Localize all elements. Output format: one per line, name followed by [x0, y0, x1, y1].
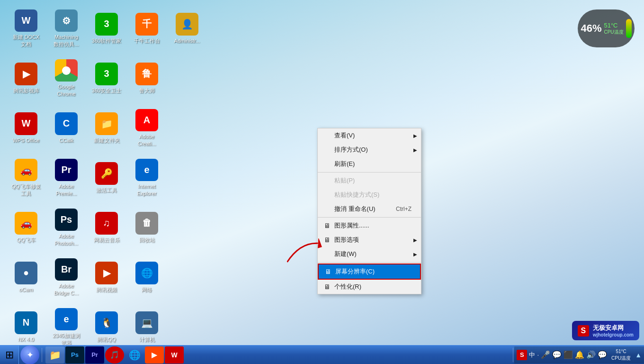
desktop-icon-new-docx[interactable]: W 新建 DOCX文档	[7, 7, 45, 50]
desktop-icon-netease-music[interactable]: ♫ 网易云音乐	[88, 206, 125, 249]
orb-button[interactable]: ✦	[20, 346, 39, 364]
icon-label-network: 网络	[142, 286, 152, 293]
desktop-icon-administrator[interactable]: 👤 Administr...	[168, 7, 206, 50]
icon-image-tencent-qq: 🐧	[95, 311, 118, 334]
desktop-icon-adobe-ps[interactable]: Ps AdobePhotosh...	[47, 206, 85, 249]
desktop-icon-blank3[interactable]	[168, 156, 206, 199]
system-tray: S 中 · 🎤 💬 ⬛ 🔔 🔊 💬 51°C CPU温度 ▲	[514, 346, 644, 364]
taskbar-netease[interactable]: 🎵	[105, 346, 124, 364]
menu-item-graphics-options[interactable]: 🖥图形选项▶	[318, 233, 421, 247]
desktop-icon-360-safe[interactable]: 3 360安全卫士	[88, 57, 125, 100]
desktop-icon-qq-fly-repair[interactable]: 🚗 QQ飞车修复工具	[7, 156, 45, 199]
menu-label-view: 查看(V)	[334, 131, 355, 140]
desktop-icon-nx[interactable]: N NX 4.0	[7, 306, 45, 348]
icon-label-netease-music: 网易云音乐	[94, 237, 120, 243]
watermark-text: 无极安卓网 wjhotelgroup.com	[593, 324, 634, 337]
desktop-icon-360-manager[interactable]: 3 360软件管家	[88, 7, 125, 50]
desktop-icon-adobe-pr[interactable]: Pr AdobePremie...	[47, 156, 85, 199]
tray-volume[interactable]: 🔊	[586, 350, 596, 359]
taskbar-premiere[interactable]: Pr	[85, 346, 104, 364]
watermark-logo: S	[578, 325, 589, 337]
desktop-icon-blank4[interactable]	[168, 206, 206, 249]
menu-icon-personalize: 🖥	[322, 282, 332, 291]
icon-image-adobe-ps: Ps	[55, 209, 78, 231]
menu-item-graphics-properties[interactable]: 🖥图形属性......	[318, 218, 421, 233]
menu-icon-graphics-properties: 🖥	[322, 221, 332, 230]
desktop-icon-tencent-qq[interactable]: 🐧 腾讯QQ	[88, 306, 125, 348]
taskbar-file-explorer[interactable]: 📁	[45, 346, 64, 364]
tray-bell[interactable]: 🔔	[575, 350, 584, 359]
icon-label-new-file: 新建文件夹	[94, 137, 120, 144]
icon-image-tencent-tv: ▶	[95, 262, 118, 284]
icon-label-adobe-ps: AdobePhotosh...	[54, 233, 78, 246]
taskbar-browser[interactable]: 🌐	[125, 346, 144, 364]
tray-expand[interactable]: ▲	[635, 351, 642, 359]
icon-image-adobe-creative: A	[135, 109, 158, 131]
desktop-icon-wps-office[interactable]: W WPS Office	[7, 107, 45, 149]
menu-item-new[interactable]: 新建(W)▶	[318, 247, 421, 261]
desktop: W 新建 DOCX文档 ⚙ Machining数控仿具... 3 360软件管家…	[0, 0, 644, 364]
desktop-icon-2345-browser[interactable]: e 2345加速浏览器	[47, 306, 85, 348]
desktop-icon-ie[interactable]: e InternetExplorer	[128, 156, 166, 199]
desktop-icon-qq-fly[interactable]: 🚗 QQ飞车	[7, 206, 45, 249]
menu-shortcut-undo: Ctrl+Z	[396, 206, 411, 212]
icon-image-ie: e	[135, 159, 158, 181]
tray-bubble[interactable]: 💬	[598, 350, 607, 359]
desktop-icon-blank6[interactable]	[168, 306, 206, 348]
desktop-icon-machining[interactable]: ⚙ Machining数控仿具...	[47, 7, 85, 50]
icon-label-adobe-bridge: AdobeBridge C...	[54, 282, 79, 296]
desktop-icon-network[interactable]: 🌐 网络	[128, 256, 166, 299]
tray-msg[interactable]: 💬	[552, 350, 562, 359]
desktop-icon-activate[interactable]: 🔑 激活工具	[88, 156, 125, 199]
icon-image-qq-fly-repair: 🚗	[15, 159, 37, 181]
icon-label-google-chrome: GoogleChrome	[57, 83, 75, 97]
tray-mic[interactable]: 🎤	[541, 350, 550, 359]
icon-image-administrator: 👤	[176, 13, 198, 36]
menu-icon-undo	[322, 204, 332, 214]
desktop-icon-ccalk[interactable]: C CCalk	[47, 107, 85, 149]
icon-image-computer: 💻	[135, 311, 158, 334]
taskbar-photoshop[interactable]: Ps	[65, 346, 84, 364]
desktop-icon-recycle[interactable]: 🗑 回收站	[128, 206, 166, 249]
menu-icon-paste-shortcut	[322, 190, 332, 200]
desktop-icon-blank5[interactable]	[168, 256, 206, 299]
menu-label-undo: 撤消 重命名(U)	[334, 205, 376, 213]
desktop-icon-new-file[interactable]: 📁 新建文件夹	[88, 107, 125, 149]
menu-item-paste-shortcut: 粘贴快捷方式(S)	[318, 188, 421, 202]
desktop-icon-google-chrome[interactable]: ● GoogleChrome	[47, 57, 85, 100]
menu-item-refresh[interactable]: 刷新(E)	[318, 157, 421, 171]
icon-image-luban: 鲁	[135, 63, 158, 85]
desktop-icon-blank1[interactable]	[168, 57, 206, 100]
menu-label-paste: 粘贴(P)	[334, 176, 355, 185]
desktop-icon-adobe-bridge[interactable]: Br AdobeBridge C...	[47, 256, 85, 299]
tray-s-icon[interactable]: S	[517, 350, 527, 360]
desktop-icon-adobe-creative[interactable]: A AdobeCreati...	[128, 107, 166, 149]
icon-image-2345-browser: e	[55, 308, 78, 330]
icon-label-qq-fly: QQ飞车	[17, 237, 35, 243]
icon-label-computer: 计算机	[139, 336, 155, 343]
menu-item-personalize[interactable]: 🖥个性化(R)	[318, 280, 421, 294]
icon-image-google-chrome: ●	[55, 59, 78, 82]
menu-item-view[interactable]: 查看(V)▶	[318, 128, 421, 143]
icon-image-new-docx: W	[15, 9, 37, 32]
taskbar-wps[interactable]: W	[165, 346, 184, 364]
desktop-icon-luban[interactable]: 鲁 鲁大师	[128, 57, 166, 100]
menu-item-sort[interactable]: 排序方式(O)▶	[318, 143, 421, 157]
context-menu[interactable]: 查看(V)▶排序方式(O)▶刷新(E)粘贴(P)粘贴快捷方式(S)撤消 重命名(…	[317, 128, 421, 294]
menu-item-undo[interactable]: 撤消 重命名(U)Ctrl+Z	[318, 202, 421, 216]
menu-item-screen-resolution[interactable]: 🖥屏幕分辨率(C)	[318, 264, 421, 280]
icon-image-ccalk: C	[55, 112, 78, 135]
icon-label-ocam: oCam	[19, 286, 33, 293]
icon-image-activate: 🔑	[95, 162, 118, 185]
tray-box[interactable]: ⬛	[564, 350, 573, 359]
desktop-icon-computer[interactable]: 💻 计算机	[128, 306, 166, 348]
menu-label-paste-shortcut: 粘贴快捷方式(S)	[334, 191, 379, 199]
desktop-icon-qiniu-work[interactable]: 千 千牛工作台	[128, 7, 166, 50]
desktop-icon-tencent-tv[interactable]: ▶ 腾讯视频	[88, 256, 125, 299]
menu-arrow-graphics-options: ▶	[413, 237, 417, 243]
start-button[interactable]: ⊞	[0, 346, 19, 364]
taskbar-media[interactable]: ▶	[145, 346, 164, 364]
desktop-icon-ocam[interactable]: ● oCam	[7, 256, 45, 299]
desktop-icon-blank2[interactable]	[168, 107, 206, 149]
desktop-icon-tencent-video[interactable]: ▶ 腾讯影视库	[7, 57, 45, 100]
